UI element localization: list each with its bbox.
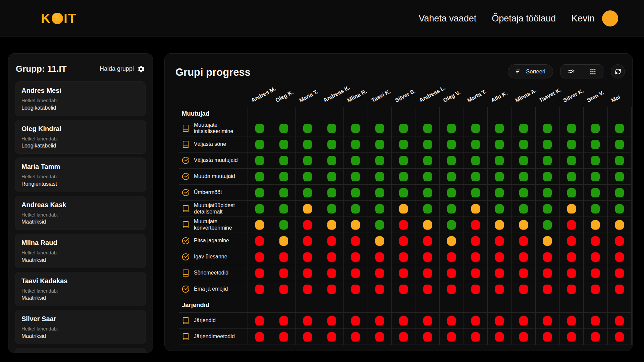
status-pill[interactable] [351, 236, 360, 246]
status-pill[interactable] [471, 140, 480, 149]
column-header-student[interactable]: Mai [610, 94, 621, 104]
status-pill[interactable] [423, 140, 432, 149]
status-pill[interactable] [399, 204, 408, 214]
status-pill[interactable] [303, 316, 312, 325]
status-pill[interactable] [255, 332, 264, 342]
status-pill[interactable] [495, 268, 504, 278]
status-pill[interactable] [543, 172, 552, 181]
status-pill[interactable] [567, 252, 576, 262]
status-pill[interactable] [495, 140, 504, 149]
column-header-student[interactable]: Silver S. [394, 88, 416, 104]
status-pill[interactable] [375, 316, 384, 325]
status-pill[interactable] [279, 316, 288, 325]
status-pill[interactable] [543, 316, 552, 325]
status-pill[interactable] [567, 332, 576, 342]
status-pill[interactable] [591, 252, 600, 262]
status-pill[interactable] [303, 156, 312, 165]
status-pill[interactable] [543, 285, 552, 294]
student-card[interactable]: Andreas KaskHetkel lahendab:Maatriksid [15, 196, 146, 230]
status-pill[interactable] [327, 124, 336, 133]
status-pill[interactable] [615, 252, 624, 262]
status-pill[interactable] [471, 285, 480, 294]
status-pill[interactable] [399, 252, 408, 262]
status-pill[interactable] [255, 188, 264, 197]
status-pill[interactable] [399, 268, 408, 278]
status-pill[interactable] [495, 316, 504, 325]
status-pill[interactable] [351, 124, 360, 133]
student-card[interactable]: Maria TammHetkel lahendab:Rongientusiast [15, 158, 146, 192]
status-pill[interactable] [543, 252, 552, 262]
status-pill[interactable] [519, 124, 528, 133]
status-pill[interactable] [495, 236, 504, 246]
status-pill[interactable] [375, 172, 384, 181]
status-pill[interactable] [471, 316, 480, 325]
status-pill[interactable] [351, 140, 360, 149]
status-pill[interactable] [327, 252, 336, 262]
status-pill[interactable] [495, 220, 504, 230]
status-pill[interactable] [375, 204, 384, 214]
status-pill[interactable] [447, 172, 456, 181]
column-header-student[interactable]: Oleg V. [442, 89, 462, 104]
status-pill[interactable] [591, 220, 600, 230]
status-pill[interactable] [303, 220, 312, 230]
status-pill[interactable] [303, 332, 312, 342]
status-pill[interactable] [279, 140, 288, 149]
status-pill[interactable] [519, 236, 528, 246]
status-pill[interactable] [519, 332, 528, 342]
status-pill[interactable] [279, 188, 288, 197]
status-pill[interactable] [279, 268, 288, 278]
status-pill[interactable] [423, 156, 432, 165]
status-pill[interactable] [495, 285, 504, 294]
status-pill[interactable] [447, 204, 456, 214]
status-pill[interactable] [423, 124, 432, 133]
status-pill[interactable] [567, 316, 576, 325]
nav-item-1[interactable]: Vaheta vaadet [419, 13, 476, 24]
status-pill[interactable] [279, 172, 288, 181]
status-pill[interactable] [519, 204, 528, 214]
status-pill[interactable] [519, 156, 528, 165]
status-pill[interactable] [351, 156, 360, 165]
student-card[interactable]: Miina RaudHetkel lahendab:Maatriksid [15, 234, 146, 268]
status-pill[interactable] [327, 188, 336, 197]
status-pill[interactable] [375, 332, 384, 342]
status-pill[interactable] [495, 252, 504, 262]
status-pill[interactable] [423, 285, 432, 294]
status-pill[interactable] [327, 332, 336, 342]
status-pill[interactable] [351, 188, 360, 197]
status-pill[interactable] [591, 124, 600, 133]
status-pill[interactable] [399, 316, 408, 325]
status-pill[interactable] [591, 156, 600, 165]
status-pill[interactable] [399, 220, 408, 230]
status-pill[interactable] [279, 220, 288, 230]
status-pill[interactable] [543, 220, 552, 230]
status-pill[interactable] [351, 252, 360, 262]
status-pill[interactable] [615, 172, 624, 181]
status-pill[interactable] [327, 204, 336, 214]
status-pill[interactable] [399, 156, 408, 165]
status-pill[interactable] [471, 268, 480, 278]
column-header-student[interactable]: Andreas K. [322, 84, 351, 104]
status-pill[interactable] [255, 316, 264, 325]
column-header-student[interactable]: Silver K. [562, 87, 585, 104]
nav-item-2[interactable]: Õpetaja töölaud [492, 13, 556, 24]
status-pill[interactable] [351, 268, 360, 278]
status-pill[interactable] [303, 236, 312, 246]
status-pill[interactable] [375, 236, 384, 246]
status-pill[interactable] [375, 268, 384, 278]
status-pill[interactable] [423, 188, 432, 197]
status-pill[interactable] [375, 220, 384, 230]
status-pill[interactable] [255, 156, 264, 165]
status-pill[interactable] [615, 140, 624, 149]
status-pill[interactable] [423, 172, 432, 181]
status-pill[interactable] [615, 188, 624, 197]
student-card[interactable]: Silver SaarHetkel lahendab:Maatriksid [15, 310, 146, 344]
status-pill[interactable] [303, 172, 312, 181]
status-pill[interactable] [255, 285, 264, 294]
status-pill[interactable] [327, 236, 336, 246]
status-pill[interactable] [279, 332, 288, 342]
column-header-student[interactable]: Andreas L. [418, 84, 446, 104]
status-pill[interactable] [447, 124, 456, 133]
status-pill[interactable] [591, 268, 600, 278]
status-pill[interactable] [327, 268, 336, 278]
status-pill[interactable] [519, 140, 528, 149]
